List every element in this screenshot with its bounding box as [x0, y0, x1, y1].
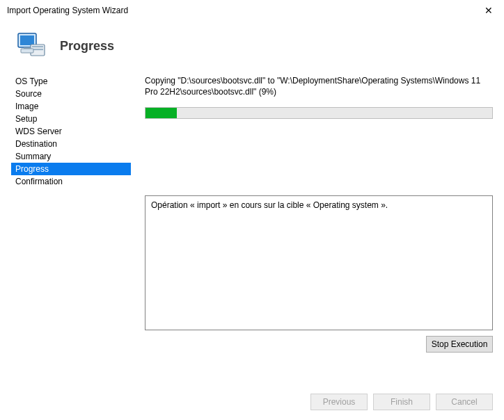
finish-button: Finish: [373, 394, 430, 410]
svg-rect-3: [32, 46, 43, 47]
svg-rect-6: [21, 49, 33, 53]
wizard-footer: Previous Finish Cancel: [310, 394, 493, 410]
sidebar-item-label: Source: [15, 89, 42, 99]
cancel-button: Cancel: [436, 394, 493, 410]
close-icon[interactable]: ✕: [480, 4, 497, 17]
sidebar-item-label: Summary: [15, 152, 51, 161]
content-area: OS Type Source Image Setup WDS Server De…: [0, 75, 504, 353]
sidebar-item-label: Setup: [15, 114, 37, 124]
sidebar-item-label: Confirmation: [15, 177, 63, 186]
main-panel: Copying "D:\sources\bootsvc.dll" to "W:\…: [131, 75, 493, 353]
window-title: Import Operating System Wizard: [7, 6, 128, 15]
wizard-header: Progress: [0, 19, 504, 75]
sidebar-item-confirmation[interactable]: Confirmation: [11, 175, 131, 188]
sidebar-item-setup[interactable]: Setup: [11, 113, 131, 125]
progress-status-text: Copying "D:\sources\bootsvc.dll" to "W:\…: [145, 75, 493, 97]
log-line: Opération « import » en cours sur la cib…: [151, 200, 487, 210]
progress-bar-fill: [145, 108, 177, 118]
progress-bar: [145, 107, 493, 119]
sidebar-item-label: Destination: [15, 139, 57, 149]
progress-log: Opération « import » en cours sur la cib…: [145, 195, 493, 330]
stop-row: Stop Execution: [145, 336, 493, 353]
sidebar-item-source[interactable]: Source: [11, 88, 131, 100]
sidebar-item-destination[interactable]: Destination: [11, 138, 131, 150]
computer-icon: [14, 29, 47, 63]
sidebar-item-label: Progress: [15, 164, 49, 174]
sidebar-item-wds-server[interactable]: WDS Server: [11, 125, 131, 138]
sidebar-item-progress[interactable]: Progress: [11, 163, 131, 175]
svg-rect-1: [20, 35, 34, 45]
sidebar-item-image[interactable]: Image: [11, 100, 131, 113]
sidebar-item-summary[interactable]: Summary: [11, 150, 131, 163]
sidebar-item-label: WDS Server: [15, 127, 62, 136]
previous-button: Previous: [310, 394, 368, 410]
sidebar-item-label: Image: [15, 102, 38, 111]
page-title: Progress: [60, 39, 114, 54]
wizard-steps-sidebar: OS Type Source Image Setup WDS Server De…: [11, 75, 131, 353]
sidebar-item-label: OS Type: [15, 76, 47, 86]
sidebar-item-os-type[interactable]: OS Type: [11, 75, 131, 88]
titlebar: Import Operating System Wizard ✕: [0, 0, 504, 19]
stop-execution-button[interactable]: Stop Execution: [426, 336, 493, 353]
